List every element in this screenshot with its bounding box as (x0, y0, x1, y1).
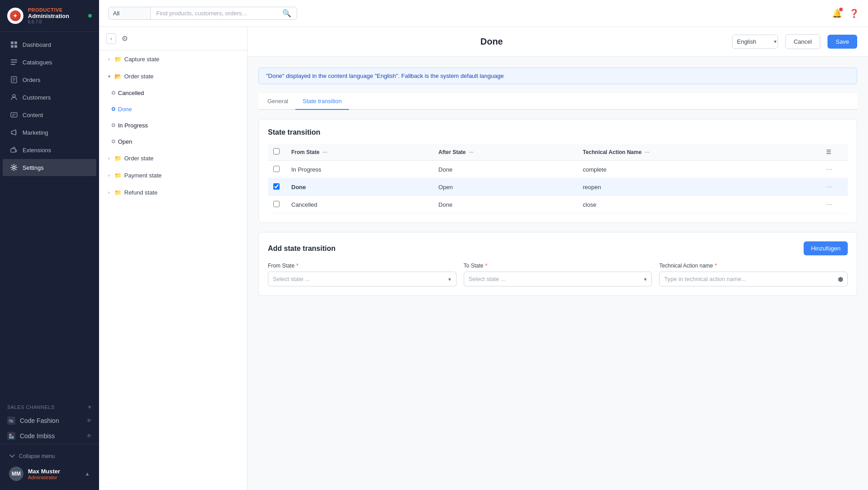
sidebar-item-label: Content (23, 112, 43, 118)
sidebar-item-extensions[interactable]: Extensions (3, 141, 96, 159)
language-select[interactable]: English German French (732, 35, 778, 48)
state-dot (112, 123, 115, 127)
customers-icon (10, 93, 18, 101)
col-sort-technical-action[interactable]: ··· (645, 149, 649, 155)
sidebar-item-label: Orders (23, 77, 41, 83)
tree-item-label: In Progress (118, 122, 226, 129)
tree-item-label: Refund state (124, 189, 226, 196)
help-button[interactable]: ❓ (849, 9, 859, 18)
state-dot (112, 91, 115, 95)
technical-action-input-wrapper: ⬢ (659, 272, 848, 286)
back-button[interactable]: ‹ (106, 33, 116, 44)
col-header-technical-action: Technical Action Name ··· (577, 144, 821, 161)
collapse-menu-button[interactable]: Collapse menu (5, 449, 94, 463)
tree-item-order-state[interactable]: ▾ 📂 Order state ··· (99, 68, 247, 85)
tree-item-done[interactable]: Done ··· (108, 101, 247, 117)
add-sales-channel-button[interactable]: + (87, 403, 92, 411)
col-sort-after-state[interactable]: ··· (469, 149, 474, 155)
hinzufugen-button[interactable]: Hinzufügen (804, 241, 848, 255)
row-actions-button[interactable]: ··· (826, 200, 832, 208)
visibility-icon[interactable]: 👁 (86, 417, 92, 424)
search-button[interactable]: 🔍 (277, 9, 297, 18)
cell-after-state: Done (433, 161, 578, 178)
from-state-select[interactable]: Select state ... (268, 272, 457, 286)
tree-item-in-progress[interactable]: In Progress ··· (108, 117, 247, 133)
col-sort-from-state[interactable]: ··· (323, 149, 327, 155)
state-transition-table: From State ··· After State ··· Technical… (268, 144, 848, 213)
tree-item-capture-state[interactable]: › 📁 Capture state ··· (99, 50, 247, 68)
search-combo: All Products Customers Orders 🔍 (108, 7, 297, 20)
search-input[interactable] (151, 7, 277, 19)
notification-badge (839, 8, 843, 11)
to-state-group: To State * Select state ... ▼ (464, 263, 652, 286)
select-all-checkbox[interactable] (273, 148, 280, 154)
main-nav: Dashboard Catalogues Orders Customers (0, 32, 99, 398)
sales-channel-code-fashion[interactable]: 🛍 Code Fashion 👁 (0, 413, 99, 428)
sidebar-footer: Collapse menu MM Max Muster Administrato… (0, 444, 99, 490)
row-checkbox[interactable] (273, 183, 280, 190)
folder-open-icon: 📂 (114, 73, 122, 80)
tree-item-open[interactable]: Open ··· (108, 133, 247, 150)
svg-rect-17 (11, 149, 15, 152)
sidebar-item-content[interactable]: Content (3, 106, 96, 123)
sidebar-item-catalogues[interactable]: Catalogues (3, 54, 96, 71)
technical-action-input[interactable] (659, 272, 848, 286)
sidebar-item-orders[interactable]: Orders (3, 71, 96, 88)
state-dot (112, 140, 115, 143)
to-state-select-wrapper: Select state ... ▼ (464, 272, 652, 286)
tree-item-label: Capture state (124, 56, 226, 63)
tree-toggle-icon[interactable]: › (106, 155, 112, 161)
user-role: Administrator (28, 475, 80, 480)
tree-item-label: Order state (124, 73, 226, 80)
svg-rect-4 (11, 59, 17, 60)
user-info-section: MM Max Muster Administrator ▲ (5, 463, 94, 485)
svg-rect-12 (11, 113, 17, 117)
save-button[interactable]: Save (827, 35, 857, 49)
tree-toggle-icon[interactable]: › (106, 172, 112, 178)
sidebar-item-dashboard[interactable]: Dashboard (3, 36, 96, 53)
folder-icon: 📁 (114, 56, 122, 63)
technical-action-icon[interactable]: ⬢ (838, 276, 843, 283)
left-panel: ‹ ⚙ › 📁 Capture state ··· ▾ 📂 Order stat… (99, 27, 248, 490)
notifications-button[interactable]: 🔔 (832, 9, 842, 18)
app-version: 6.6.7.0 (28, 19, 69, 24)
row-checkbox[interactable] (273, 201, 280, 207)
to-state-select[interactable]: Select state ... (464, 272, 652, 286)
tree-item-payment-state[interactable]: › 📁 Payment state ··· (99, 167, 247, 184)
tree-children-order-state: Cancelled ··· Done ··· In Progress ··· (99, 85, 247, 150)
app-logo: ✦ (7, 8, 23, 24)
to-state-label: To State * (464, 263, 652, 269)
tab-general[interactable]: General (260, 93, 295, 110)
tree-toggle-icon[interactable]: ▾ (106, 73, 112, 79)
settings-icon (10, 163, 18, 172)
svg-rect-0 (11, 41, 14, 44)
cell-from-state: Done (286, 178, 433, 196)
user-menu-chevron[interactable]: ▲ (85, 471, 90, 477)
sidebar-item-settings[interactable]: Settings (3, 159, 96, 176)
tree-toggle-icon[interactable]: › (106, 56, 112, 62)
tree-settings-button[interactable]: ⚙ (120, 32, 130, 45)
row-actions-button[interactable]: ··· (826, 183, 832, 191)
row-checkbox[interactable] (273, 166, 280, 172)
cell-technical-action: complete (577, 161, 821, 178)
row-actions-button[interactable]: ··· (826, 165, 832, 173)
svg-point-11 (13, 95, 15, 97)
sales-channel-code-imbiss[interactable]: 🏪 Code Imbiss 👁 (0, 428, 99, 444)
tab-state-transition[interactable]: State transition (295, 93, 349, 110)
table-settings-icon[interactable]: ☰ (826, 149, 831, 155)
col-header-after-state: After State ··· (433, 144, 578, 161)
tabs: General State transition (258, 93, 857, 110)
tree-item-cancelled[interactable]: Cancelled ··· (108, 85, 247, 101)
tree-item-order-state-2[interactable]: › 📁 Order state ··· (99, 150, 247, 167)
folder-icon: 📁 (114, 172, 122, 179)
cancel-button[interactable]: Cancel (785, 34, 820, 49)
search-type-select[interactable]: All Products Customers Orders (108, 7, 151, 19)
sidebar-item-customers[interactable]: Customers (3, 89, 96, 106)
tree-item-refund-state[interactable]: › 📁 Refund state ··· (99, 184, 247, 201)
visibility-icon[interactable]: 👁 (86, 433, 92, 439)
tree-toggle-icon[interactable]: › (106, 190, 112, 195)
sidebar-item-marketing[interactable]: Marketing (3, 124, 96, 141)
left-panel-header: ‹ ⚙ (99, 27, 247, 50)
language-selector: English German French ▼ (732, 35, 778, 49)
table-row: Done Open reopen ··· (268, 178, 848, 196)
